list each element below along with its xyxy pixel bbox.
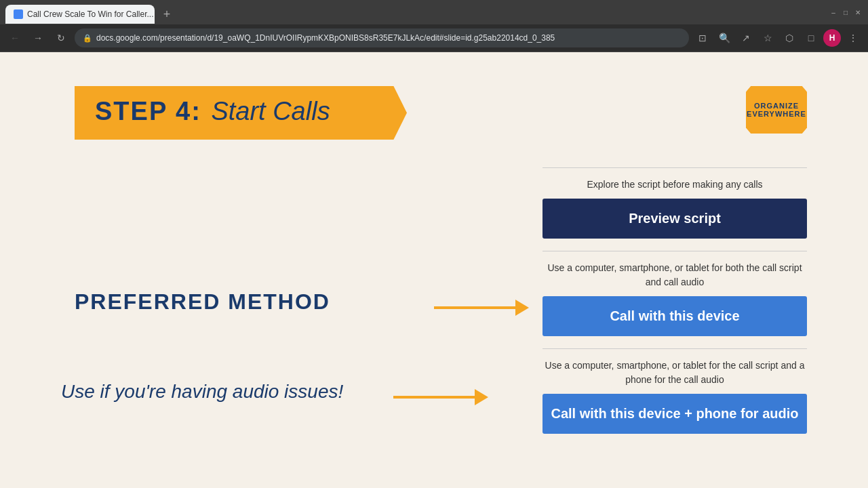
audio-issues-label: Use if you're having audio issues! [61, 381, 343, 403]
browser-chrome: Call Crew Scale To Win for Caller... ✕ +… [0, 0, 868, 52]
section1-description: Explore the script before making any cal… [542, 178, 807, 192]
tab-bar: Call Crew Scale To Win for Caller... ✕ +… [0, 0, 868, 24]
screen-capture-icon[interactable]: ⊡ [693, 28, 712, 47]
step-banner: STEP 4: Start Calls [75, 86, 407, 140]
call-with-device-button[interactable]: Call with this device [542, 296, 807, 336]
lock-icon: 🔒 [83, 34, 92, 43]
forward-button[interactable]: → [28, 28, 47, 47]
arrow-line-preferred [434, 306, 515, 309]
active-tab[interactable]: Call Crew Scale To Win for Caller... ✕ [5, 5, 155, 24]
toolbar-icons: ⊡ 🔍 ↗ ☆ ⬡ □ H ⋮ [693, 28, 863, 47]
preferred-method-label: PREFERRED METHOD [75, 289, 330, 314]
zoom-icon[interactable]: 🔍 [715, 28, 734, 47]
section2-description: Use a computer, smartphone, or tablet fo… [542, 261, 807, 289]
back-button[interactable]: ← [5, 28, 24, 47]
middle-divider [542, 251, 807, 251]
reload-button[interactable]: ↻ [52, 28, 71, 47]
close-button[interactable]: ✕ [853, 7, 863, 17]
step-number: STEP 4: [95, 97, 201, 125]
arrow-audio [393, 389, 488, 405]
bookmark-icon[interactable]: ☆ [758, 28, 777, 47]
arrow-preferred [434, 300, 529, 316]
right-panel: Explore the script before making any cal… [542, 161, 807, 434]
share-icon[interactable]: ↗ [736, 28, 755, 47]
minimize-button[interactable]: – [829, 7, 838, 17]
maximize-button[interactable]: □ [841, 7, 850, 17]
profile-avatar[interactable]: H [823, 29, 841, 47]
new-tab-button[interactable]: + [157, 5, 176, 24]
logo-shape: ORGANIZE EVERYWHERE [746, 86, 807, 134]
address-bar[interactable]: 🔒 docs.google.com/presentation/d/19_oaWQ… [75, 28, 689, 47]
tab-title: Call Crew Scale To Win for Caller... [27, 9, 154, 19]
slide-container: STEP 4: Start Calls ORGANIZE EVERYWHERE … [0, 52, 868, 488]
step-title-text: Start Calls [211, 97, 330, 125]
logo-line2: EVERYWHERE [747, 110, 806, 118]
extension2-icon[interactable]: □ [802, 28, 821, 47]
logo-line1: ORGANIZE [754, 102, 799, 110]
address-bar-row: ← → ↻ 🔒 docs.google.com/presentation/d/1… [0, 24, 868, 52]
url-text: docs.google.com/presentation/d/19_oaWQ_1… [96, 33, 555, 43]
window-controls: – □ ✕ [829, 7, 863, 21]
logo: ORGANIZE EVERYWHERE [746, 86, 807, 134]
section3-description: Use a computer, smartphone, or tablet fo… [542, 359, 807, 387]
arrow-line-audio [393, 396, 475, 399]
arrow-head-preferred [515, 300, 529, 316]
preview-script-button[interactable]: Preview script [542, 199, 807, 239]
menu-icon[interactable]: ⋮ [844, 28, 863, 47]
arrow-head-audio [475, 389, 488, 405]
lower-divider [542, 348, 807, 349]
extension1-icon[interactable]: ⬡ [780, 28, 799, 47]
top-divider [542, 167, 807, 168]
tab-favicon [14, 9, 23, 19]
call-with-device-phone-button[interactable]: Call with this device + phone for audio [542, 394, 807, 434]
